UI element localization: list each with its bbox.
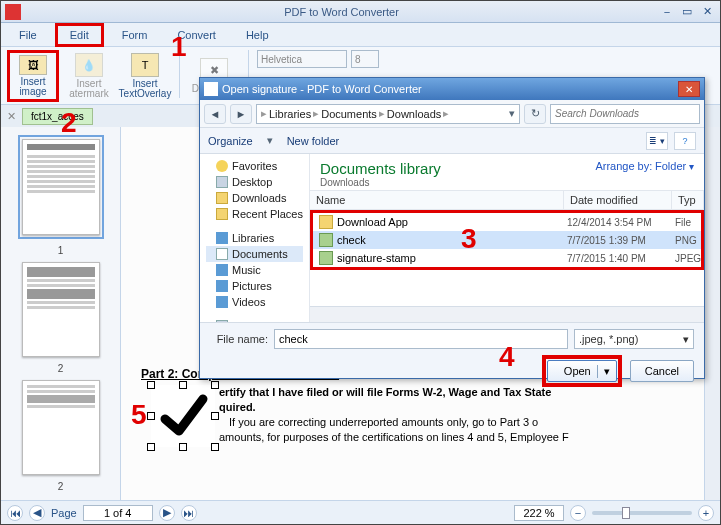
organize-button[interactable]: Organize (208, 135, 253, 147)
insert-image-button[interactable]: 🖼 Insert image (7, 50, 59, 102)
callout-4: 4 (499, 341, 515, 373)
vertical-scrollbar[interactable] (704, 127, 720, 500)
file-list: Download App 12/4/2014 3:54 PMFile check… (310, 210, 704, 306)
file-row[interactable]: check 7/7/2015 1:39 PMPNG (313, 231, 701, 249)
close-button[interactable]: ✕ (698, 5, 716, 19)
file-row[interactable]: signature-stamp 7/7/2015 1:40 PMJPEG (313, 249, 701, 267)
dialog-main: Arrange by: Folder ▾ Documents library D… (310, 154, 704, 322)
dialog-body: Favorites Desktop Downloads Recent Place… (200, 154, 704, 322)
callout-1: 1 (171, 31, 187, 63)
nav-forward-button[interactable]: ► (230, 104, 252, 124)
file-row[interactable]: Download App 12/4/2014 3:54 PMFile (313, 213, 701, 231)
titlebar: PDF to Word Converter − ▭ ✕ (1, 1, 720, 23)
breadcrumb[interactable]: ▸ Libraries▸ Documents▸ Downloads▸ ▾ (256, 104, 520, 124)
file-name-input[interactable] (274, 329, 568, 349)
thumb-selected[interactable] (18, 135, 104, 239)
dialog-footer: File name: .jpeg, *.png)▾ Open▾ Cancel (200, 322, 704, 378)
crumb-dropdown-icon[interactable]: ▾ (509, 107, 515, 120)
menu-help[interactable]: Help (234, 26, 281, 44)
menu-edit[interactable]: Edit (55, 23, 104, 47)
app-icon (5, 4, 21, 20)
horizontal-scrollbar[interactable] (310, 306, 704, 322)
menu-file[interactable]: File (7, 26, 49, 44)
sidebar-recent[interactable]: Recent Places (206, 206, 303, 222)
check-icon (151, 385, 215, 447)
thumb-page-1[interactable] (22, 139, 100, 235)
font-name-input[interactable] (257, 50, 347, 68)
open-button-highlight: Open▾ (542, 355, 622, 387)
maximize-button[interactable]: ▭ (678, 5, 696, 19)
doc-body: ertify that I have filed or will file Fo… (141, 385, 704, 445)
sidebar-desktop[interactable]: Desktop (206, 174, 303, 190)
crumb-1[interactable]: Documents (321, 108, 377, 120)
search-input[interactable] (550, 104, 700, 124)
sidebar-pictures[interactable]: Pictures (206, 278, 303, 294)
crumb-2[interactable]: Downloads (387, 108, 441, 120)
thumb-label-2: 2 (58, 363, 64, 374)
insert-watermark-button[interactable]: 💧 Insert atermark (63, 50, 115, 102)
insert-textoverlay-icon: T (131, 53, 159, 77)
minimize-button[interactable]: − (658, 5, 676, 19)
view-mode-button[interactable]: ≣ ▾ (646, 132, 668, 150)
thumb-page-2[interactable] (22, 262, 100, 357)
dialog-titlebar: Open signature - PDF to Word Converter ✕ (200, 78, 704, 100)
insert-watermark-icon: 💧 (75, 53, 103, 77)
font-size-input[interactable] (351, 50, 379, 68)
sidebar-downloads[interactable]: Downloads (206, 190, 303, 206)
help-icon[interactable]: ? (674, 132, 696, 150)
menubar: File Edit Form Convert Help (1, 23, 720, 47)
col-type[interactable]: Typ (672, 191, 704, 209)
thumb-label-1: 1 (58, 245, 64, 256)
sidebar-libraries[interactable]: Libraries (206, 230, 303, 246)
doc-note-2: amounts, for purposes of the certificati… (219, 431, 569, 443)
dialog-toolbar: Organize▾ New folder ≣ ▾ ? (200, 128, 704, 154)
open-file-dialog: Open signature - PDF to Word Converter ✕… (199, 77, 705, 379)
nav-refresh-button[interactable]: ↻ (524, 104, 546, 124)
document-tab[interactable]: fct1x_acces (22, 108, 93, 125)
zoom-field[interactable] (514, 505, 564, 521)
doc-cert-tail: quired. (219, 401, 256, 413)
thumb-page-3[interactable] (22, 380, 100, 475)
file-filter-dropdown[interactable]: .jpeg, *.png)▾ (574, 329, 694, 349)
arrange-by[interactable]: Arrange by: Folder ▾ (595, 160, 694, 172)
page-label: Page (51, 507, 77, 519)
file-name-label: File name: (210, 333, 268, 345)
nav-back-button[interactable]: ◄ (204, 104, 226, 124)
folder-icon (319, 215, 333, 229)
thumb-label-3: 2 (58, 481, 64, 492)
window-buttons: − ▭ ✕ (658, 5, 716, 19)
open-button[interactable]: Open▾ (547, 360, 617, 382)
menu-form[interactable]: Form (110, 26, 160, 44)
sidebar-videos[interactable]: Videos (206, 294, 303, 310)
callout-5: 5 (131, 399, 147, 431)
insert-image-label: Insert image (12, 77, 54, 97)
cancel-button[interactable]: Cancel (630, 360, 694, 382)
zoom-slider[interactable] (592, 511, 692, 515)
zoom-out-button[interactable]: − (570, 505, 586, 521)
insert-image-icon: 🖼 (19, 55, 47, 75)
col-name[interactable]: Name (310, 191, 564, 209)
new-folder-button[interactable]: New folder (287, 135, 340, 147)
zoom-in-button[interactable]: + (698, 505, 714, 521)
sidebar-documents[interactable]: Documents (206, 246, 303, 262)
doc-cert-bold: ertify that I have filed or will file Fo… (219, 386, 551, 398)
sidebar-music[interactable]: Music (206, 262, 303, 278)
col-date[interactable]: Date modified (564, 191, 672, 209)
window-title: PDF to Word Converter (25, 6, 658, 18)
page-prev-button[interactable]: ◀ (29, 505, 45, 521)
image-icon (319, 251, 333, 265)
dialog-close-button[interactable]: ✕ (678, 81, 700, 97)
column-headers[interactable]: Name Date modified Typ (310, 190, 704, 210)
page-first-button[interactable]: ⏮ (7, 505, 23, 521)
crumb-0[interactable]: Libraries (269, 108, 311, 120)
page-field[interactable] (83, 505, 153, 521)
sidebar-favorites[interactable]: Favorites (206, 158, 303, 174)
library-subtitle: Downloads (320, 177, 694, 188)
doc-note-1: If you are correcting underreported amou… (229, 416, 538, 428)
inserted-check-image[interactable] (151, 385, 215, 447)
page-next-button[interactable]: ▶ (159, 505, 175, 521)
thumbnail-panel: 1 2 2 (1, 127, 121, 500)
insert-textoverlay-button[interactable]: T Insert TextOverlay (119, 50, 171, 102)
page-last-button[interactable]: ⏭ (181, 505, 197, 521)
tab-close-icon[interactable]: ✕ (7, 110, 16, 123)
